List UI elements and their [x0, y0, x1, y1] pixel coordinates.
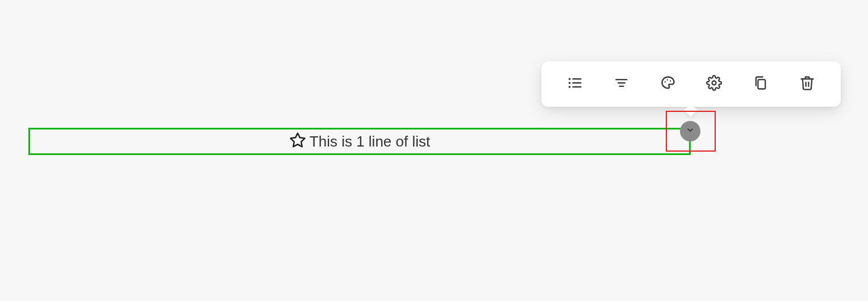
settings-icon: [706, 75, 722, 93]
palette-button[interactable]: [656, 72, 681, 97]
svg-marker-14: [290, 133, 304, 147]
palette-icon: [660, 75, 676, 93]
copy-icon: [753, 75, 769, 93]
svg-point-2: [569, 86, 571, 88]
svg-point-12: [712, 81, 716, 85]
svg-point-10: [666, 80, 667, 81]
floating-toolbar: [541, 61, 841, 107]
align-icon: [614, 75, 629, 93]
list-button[interactable]: [562, 72, 587, 97]
list-item: This is 1 line of list: [289, 132, 430, 151]
svg-point-1: [569, 82, 571, 84]
align-button[interactable]: [609, 72, 634, 97]
list-element-selected[interactable]: This is 1 line of list: [28, 128, 691, 155]
trash-icon: [799, 75, 815, 93]
copy-button[interactable]: [748, 72, 773, 97]
expand-toggle[interactable]: [680, 121, 700, 141]
list-icon: [567, 75, 583, 93]
svg-rect-13: [758, 80, 766, 89]
svg-point-11: [669, 80, 670, 81]
svg-point-9: [664, 81, 665, 82]
trash-button[interactable]: [795, 72, 820, 97]
list-item-text: This is 1 line of list: [310, 134, 430, 149]
settings-button[interactable]: [702, 72, 727, 97]
svg-point-0: [569, 78, 571, 80]
star-icon: [289, 132, 306, 151]
chevron-down-icon: [686, 126, 695, 137]
